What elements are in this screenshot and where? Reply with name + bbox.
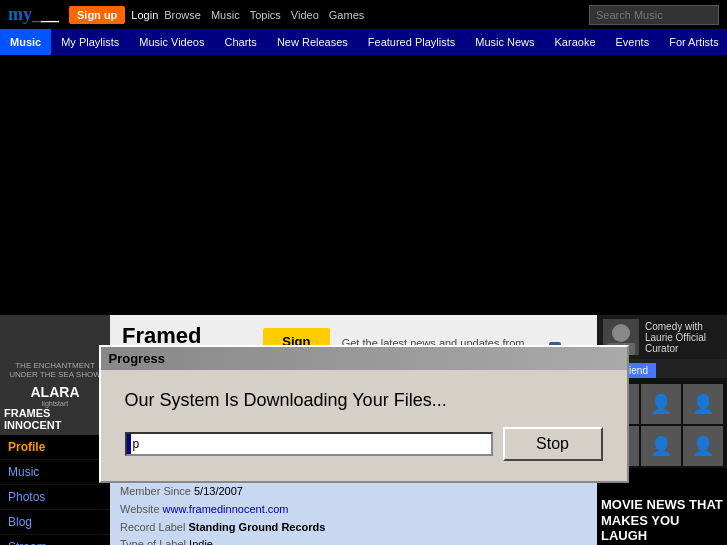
show-label: THE ENCHANTMENT UNDER THE SEA SHOW xyxy=(4,362,106,380)
signup-button[interactable]: Sign up xyxy=(69,6,125,24)
movie-news-text: MOVIE NEWS THAT MAKES YOU LAUGH xyxy=(601,497,723,544)
login-button[interactable]: Login xyxy=(131,9,158,21)
person-photo-6: 👤 xyxy=(683,426,723,466)
person-photo-2: 👤 xyxy=(641,384,681,424)
stop-button[interactable]: Stop xyxy=(503,427,603,461)
member-since-label: Member Since xyxy=(120,485,194,497)
artist-image: THE ENCHANTMENT UNDER THE SEA SHOW ALARA… xyxy=(0,315,110,435)
album-label: ALARA xyxy=(31,384,80,400)
games-link[interactable]: Games xyxy=(329,9,364,21)
top-nav-links: Browse Music Topics Video Games xyxy=(164,9,583,21)
label-type-label: Type of Label xyxy=(120,538,189,545)
progress-bar-container: p xyxy=(125,432,493,456)
nav-charts[interactable]: Charts xyxy=(214,29,266,55)
nav-music-videos[interactable]: Music Videos xyxy=(129,29,214,55)
nav-events[interactable]: Events xyxy=(606,29,660,55)
record-label-value: Standing Ground Records xyxy=(189,521,326,533)
music-link[interactable]: Music xyxy=(211,9,240,21)
music-navigation: Music My Playlists Music Videos Charts N… xyxy=(0,29,727,55)
progress-dialog: Progress Our System Is Downloading Your … xyxy=(99,345,629,483)
nav-my-playlists[interactable]: My Playlists xyxy=(51,29,129,55)
nav-new-releases[interactable]: New Releases xyxy=(267,29,358,55)
label-type-row: Type of Label Indie xyxy=(120,536,587,545)
progress-title: Progress xyxy=(109,351,165,366)
video-link[interactable]: Video xyxy=(291,9,319,21)
progress-bar-row: p Stop xyxy=(125,427,603,461)
progress-title-bar: Progress xyxy=(101,347,627,370)
sidebar-navigation: Profile Music Photos Blog Stream Friends xyxy=(0,435,110,545)
record-label-label: Record Label xyxy=(120,521,189,533)
website-row: Website www.framedinnocent.com xyxy=(120,501,587,519)
comedy-title: Comedy with Laurie Official Curator xyxy=(645,321,721,354)
record-label-row: Record Label Standing Ground Records xyxy=(120,519,587,537)
search-input[interactable] xyxy=(589,5,719,25)
sidebar-item-music[interactable]: Music xyxy=(0,460,110,485)
band-label: FRAMES INNOCENT xyxy=(4,407,106,431)
tagline-label: lightstart xyxy=(42,400,68,407)
progress-body: Our System Is Downloading Your Files... … xyxy=(101,370,627,481)
sidebar-item-profile[interactable]: Profile xyxy=(0,435,110,460)
label-type-value: Indie xyxy=(189,538,213,545)
progress-message: Our System Is Downloading Your Files... xyxy=(125,390,603,411)
browse-link[interactable]: Browse xyxy=(164,9,201,21)
nav-for-artists[interactable]: For Artists xyxy=(659,29,727,55)
sidebar-item-photos[interactable]: Photos xyxy=(0,485,110,510)
topics-link[interactable]: Topics xyxy=(250,9,281,21)
sidebar-item-blog[interactable]: Blog xyxy=(0,510,110,535)
site-logo: my___ xyxy=(8,4,59,25)
member-since-value: 5/13/2007 xyxy=(194,485,243,497)
person-photo-3: 👤 xyxy=(683,384,723,424)
nav-karaoke[interactable]: Karaoke xyxy=(545,29,606,55)
sidebar-item-stream[interactable]: Stream xyxy=(0,535,110,545)
website-label: Website xyxy=(120,503,163,515)
svg-point-0 xyxy=(612,324,630,342)
person-photo-5: 👤 xyxy=(641,426,681,466)
nav-music-news[interactable]: Music News xyxy=(465,29,544,55)
artist-image-inner: THE ENCHANTMENT UNDER THE SEA SHOW ALARA… xyxy=(0,315,110,435)
left-sidebar: THE ENCHANTMENT UNDER THE SEA SHOW ALARA… xyxy=(0,315,110,545)
website-link[interactable]: www.framedinnocent.com xyxy=(163,503,289,515)
nav-music[interactable]: Music xyxy=(0,29,51,55)
member-since-row: Member Since 5/13/2007 xyxy=(120,483,587,501)
top-navigation: my___ Sign up Login Browse Music Topics … xyxy=(0,0,727,29)
main-wrapper: 🖐 🖐 Progress Our System Is Downloading Y… xyxy=(0,315,727,545)
progress-bar-text: p xyxy=(131,437,140,451)
nav-featured-playlists[interactable]: Featured Playlists xyxy=(358,29,465,55)
